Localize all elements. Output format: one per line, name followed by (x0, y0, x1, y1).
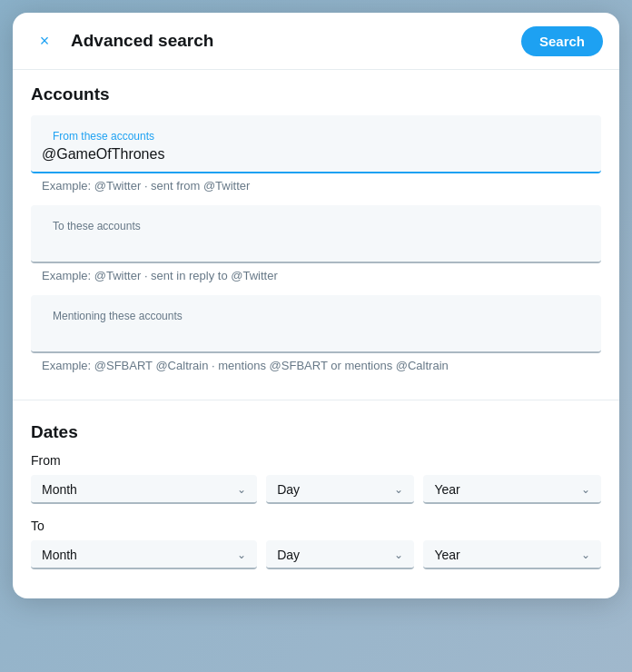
accounts-section: Accounts From these accounts Example: @T… (13, 70, 619, 392)
modal-title: Advanced search (71, 31, 213, 51)
from-accounts-input[interactable] (42, 144, 590, 164)
to-accounts-input[interactable] (42, 234, 590, 254)
to-month-select-wrap[interactable]: Month ⌄ (31, 540, 257, 569)
from-year-row: Year ⌄ (434, 482, 590, 497)
to-year-value: Year (434, 548, 459, 562)
to-year-select-wrap[interactable]: Year ⌄ (423, 540, 601, 569)
header-left: × Advanced search (29, 25, 213, 56)
mentioning-accounts-input[interactable] (42, 324, 590, 344)
from-accounts-input-wrap: From these accounts (31, 115, 601, 173)
close-button[interactable]: × (29, 25, 60, 56)
dates-section: Dates From Month ⌄ Day ⌄ Year ⌄ (13, 408, 619, 598)
from-year-select-wrap[interactable]: Year ⌄ (423, 475, 601, 504)
search-button[interactable]: Search (521, 26, 603, 56)
to-month-row: Month ⌄ (42, 548, 246, 562)
to-day-select-wrap[interactable]: Day ⌄ (266, 540, 414, 569)
to-accounts-example: Example: @Twitter · sent in reply to @Tw… (31, 263, 601, 292)
from-date-label: From (31, 453, 601, 468)
mentioning-accounts-label: Mentioning these accounts (42, 301, 590, 322)
to-month-value: Month (42, 548, 77, 562)
dates-section-title: Dates (31, 422, 601, 442)
from-date-selects-row: Month ⌄ Day ⌄ Year ⌄ (31, 475, 601, 504)
from-month-value: Month (42, 482, 77, 497)
mentioning-accounts-group: Mentioning these accounts Example: @SFBA… (31, 295, 601, 381)
to-month-chevron-icon: ⌄ (237, 548, 246, 561)
to-accounts-label: To these accounts (42, 211, 590, 232)
from-day-select-wrap[interactable]: Day ⌄ (266, 475, 414, 504)
from-year-value: Year (434, 482, 459, 497)
from-accounts-example: Example: @Twitter · sent from @Twitter (31, 173, 601, 202)
mentioning-accounts-example: Example: @SFBART @Caltrain · mentions @S… (31, 353, 601, 381)
to-accounts-group: To these accounts Example: @Twitter · se… (31, 205, 601, 292)
to-day-row: Day ⌄ (277, 548, 403, 562)
accounts-section-title: Accounts (31, 84, 601, 104)
to-date-label: To (31, 519, 601, 533)
section-divider (13, 400, 619, 400)
from-month-row: Month ⌄ (42, 482, 246, 497)
to-year-chevron-icon: ⌄ (581, 548, 590, 561)
from-month-chevron-icon: ⌄ (237, 483, 246, 496)
from-year-chevron-icon: ⌄ (581, 483, 590, 496)
from-accounts-label: From these accounts (42, 121, 590, 143)
from-day-chevron-icon: ⌄ (394, 483, 403, 496)
to-year-row: Year ⌄ (434, 548, 590, 562)
from-accounts-group: From these accounts Example: @Twitter · … (31, 115, 601, 202)
from-day-value: Day (277, 482, 300, 497)
modal-header: × Advanced search Search (13, 13, 619, 70)
to-day-value: Day (277, 548, 300, 562)
from-day-row: Day ⌄ (277, 482, 403, 497)
mentioning-accounts-input-wrap: Mentioning these accounts (31, 295, 601, 353)
to-accounts-input-wrap: To these accounts (31, 205, 601, 263)
to-date-selects-row: Month ⌄ Day ⌄ Year ⌄ (31, 540, 601, 569)
advanced-search-modal: × Advanced search Search Accounts From t… (13, 13, 619, 598)
from-month-select-wrap[interactable]: Month ⌄ (31, 475, 257, 504)
to-day-chevron-icon: ⌄ (394, 548, 403, 561)
close-icon: × (40, 32, 50, 51)
